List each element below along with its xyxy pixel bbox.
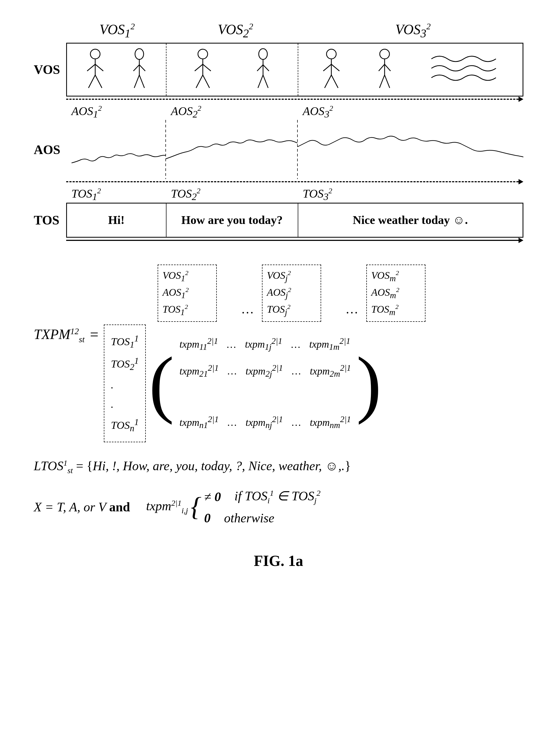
matrix-body: TOS11 TOS21 . . TOSn1 ( txpm112|: [104, 325, 426, 442]
bracket-right: ): [356, 325, 381, 442]
piecewise-brace: {: [191, 497, 201, 516]
svg-point-18: [259, 49, 267, 59]
cell-nm: txpmnm2|1: [310, 415, 351, 430]
equals-sign: =: [90, 326, 99, 343]
vos-segment-1: [67, 43, 167, 96]
matrix-row-2: txpm212|1 … txpm2j2|1 … txpm2m2|1: [179, 363, 351, 379]
svg-line-4: [88, 75, 95, 88]
stick-figure-3a: [322, 48, 341, 91]
dots-rn-1: …: [221, 417, 243, 428]
row-header-2: TOS21: [111, 353, 139, 375]
svg-point-30: [380, 49, 389, 59]
cell-21: txpm212|1: [179, 363, 219, 379]
tos-text-3: Nice weather today ☺.: [298, 204, 523, 237]
stick-figure-3b: [377, 48, 392, 91]
vos-arrow-line: [66, 96, 523, 102]
svg-line-20: [257, 65, 263, 71]
dots-rn-2: …: [286, 417, 307, 428]
case1-condition: if TOSi1 ∈ TOSj2: [234, 488, 320, 505]
tos-box: Hi! How are you today? Nice weather toda…: [66, 203, 523, 238]
txpm-formula: txpm2|1i,j { ≠ 0 if TOSi1 ∈ TOSj2 0 othe…: [146, 488, 320, 525]
tos-arrow-line: [66, 238, 523, 243]
case2-condition: otherwise: [224, 511, 274, 525]
vos-row-content: [66, 43, 523, 96]
tos-labels-row: TOS12 TOS22 TOS32: [34, 187, 523, 203]
svg-line-9: [139, 65, 145, 71]
svg-line-16: [196, 75, 203, 88]
svg-line-33: [385, 64, 390, 71]
matrix-cells: txpm112|1 … txpm1j2|1 … txpm1m2|1 txpm21…: [174, 325, 356, 442]
wavy-lines: [429, 48, 499, 91]
bracket-left: (: [149, 325, 174, 442]
tos-label-1: TOS12: [66, 187, 166, 203]
svg-line-29: [331, 75, 338, 88]
case-2: 0 otherwise: [204, 511, 321, 525]
svg-line-35: [385, 75, 390, 88]
stick-figure-2b: [256, 48, 270, 91]
vos-segment-2: [167, 43, 298, 96]
dots-r2-2: …: [286, 365, 307, 377]
fig-label: FIG. 1a: [254, 552, 303, 569]
top-diagram: VOS12 VOS22 VOS32 VOS: [34, 22, 523, 243]
matrix-row-n: txpmn12|1 … txpmnj2|1 … txpmnm2|1: [179, 415, 351, 430]
txpm-label: TXPM12st: [34, 326, 85, 344]
svg-point-6: [135, 49, 144, 59]
x-left: X = T, A, or V and: [34, 500, 130, 514]
tos-label-3: TOS32: [297, 187, 523, 203]
svg-line-34: [380, 75, 385, 88]
aos-labels-row: AOS12 AOS22 AOS32: [34, 104, 523, 120]
tos-text-1: Hi!: [67, 204, 167, 237]
stick-figure-1a: [86, 48, 105, 91]
svg-point-0: [90, 49, 100, 59]
row-header-dot1: .: [111, 375, 139, 395]
col-headers-row: VOS12 AOS12 TOS12 … VOSj2 AOSj2 TOSj2 …: [157, 265, 426, 322]
svg-line-10: [134, 75, 139, 88]
svg-line-26: [323, 64, 331, 71]
case2-value: 0: [204, 511, 211, 525]
svg-line-21: [263, 65, 269, 71]
vos-box: [66, 43, 523, 96]
svg-line-11: [139, 75, 144, 88]
vos-segment-3: [298, 43, 523, 96]
tos-row: TOS Hi! How are you today? Nice weather …: [34, 203, 523, 238]
svg-line-27: [331, 64, 340, 71]
cell-1j: txpm1j2|1: [245, 336, 283, 352]
svg-point-24: [326, 49, 336, 59]
vos-label-2: VOS22: [168, 22, 303, 40]
col-header-1: VOS12 AOS12 TOS12: [157, 265, 217, 322]
aos-row-label: AOS: [34, 120, 66, 179]
dots-r1-2: …: [285, 338, 306, 350]
cell-1m: txpm1m2|1: [309, 336, 350, 352]
cell-n1: txpmn12|1: [179, 415, 219, 430]
aos-arrow-line: [66, 179, 523, 184]
cell-2j: txpm2j2|1: [245, 363, 283, 379]
vos-label-3: VOS32: [303, 22, 523, 40]
matrix-vdots: [179, 390, 351, 403]
row-header-1: TOS11: [111, 330, 139, 353]
col-header-m: VOSm2 AOSm2 TOSm2: [366, 265, 426, 322]
svg-line-2: [87, 64, 95, 71]
tos-row-label: TOS: [34, 203, 66, 238]
aos-label-1: AOS12: [66, 104, 166, 120]
svg-line-17: [203, 75, 209, 88]
tos-label-2: TOS22: [166, 187, 297, 203]
aos-label-2: AOS22: [166, 104, 297, 120]
row-header-n: TOSn1: [111, 414, 139, 436]
vos-row: VOS: [34, 43, 523, 96]
case1-value: ≠ 0: [204, 489, 221, 504]
page: VOS12 VOS22 VOS32 VOS: [0, 0, 557, 756]
vos-labels-row: VOS12 VOS22 VOS32: [34, 22, 523, 40]
case-1: ≠ 0 if TOSi1 ∈ TOSj2: [204, 488, 321, 505]
x-section: X = T, A, or V and txpm2|1i,j { ≠ 0 if T…: [34, 488, 523, 525]
ltos-section: LTOS1st = {Hi, !, How, are, you, today, …: [34, 458, 523, 475]
matrix-with-headers: VOS12 AOS12 TOS12 … VOSj2 AOSj2 TOSj2 …: [104, 265, 426, 442]
aos-row-content: [66, 120, 523, 179]
dots-r1-1: …: [221, 338, 242, 350]
svg-point-12: [198, 49, 208, 59]
col-header-j: VOSj2 AOSj2 TOSj2: [262, 265, 321, 322]
row-headers: TOS11 TOS21 . . TOSn1: [104, 325, 146, 442]
cell-nj: txpmnj2|1: [245, 415, 283, 430]
tos-text-2: How are you today?: [167, 204, 298, 237]
vos-row-label: VOS: [34, 43, 66, 96]
vos-label-1: VOS12: [66, 22, 168, 40]
